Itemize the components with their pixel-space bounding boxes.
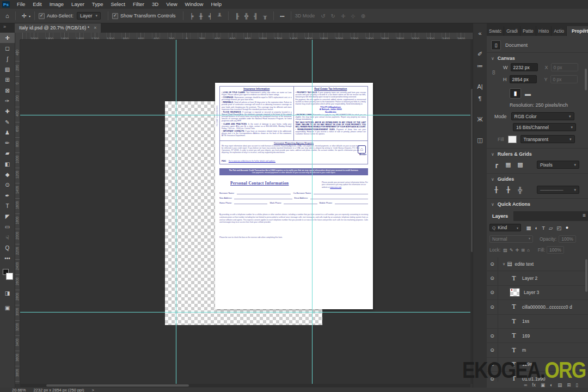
- tool-button[interactable]: ✑: [0, 96, 15, 106]
- distribute-icon[interactable]: ╬: [242, 13, 251, 19]
- menu-item[interactable]: Window: [181, 0, 207, 9]
- layers-action-icon[interactable]: ▤: [558, 382, 562, 388]
- panel-icon[interactable]: ≔: [477, 60, 483, 72]
- tool-button[interactable]: ⊙: [0, 180, 15, 190]
- guide-style-dropdown[interactable]: —————▾: [537, 186, 579, 194]
- distribute-icon[interactable]: ╢: [251, 13, 260, 19]
- layer-filter-icon[interactable]: ▱: [547, 225, 555, 231]
- panel-tab[interactable]: Patte: [520, 26, 536, 36]
- tool-button[interactable]: ♟: [0, 127, 15, 138]
- tool-button[interactable]: ◻: [0, 43, 15, 53]
- horizontal-guide[interactable]: [20, 115, 470, 115]
- fill-dropdown[interactable]: Transparent▾: [520, 135, 575, 143]
- portrait-orientation-button[interactable]: ▮: [510, 88, 521, 99]
- layers-action-icon[interactable]: ∞: [524, 382, 527, 388]
- layer-name[interactable]: 1ss: [522, 318, 529, 324]
- layer-row[interactable]: ⊙ ∨ ▤ T Layer 3: [487, 286, 588, 300]
- panel-icon[interactable]: ¶: [479, 93, 482, 105]
- layer-name[interactable]: m: [522, 347, 526, 353]
- tool-button[interactable]: •••: [0, 253, 15, 264]
- tool-button[interactable]: ◧: [0, 159, 15, 169]
- document-tab[interactable]: Italy id.psd @ 20.7% (RGB/16) * ×: [15, 23, 101, 33]
- layers-action-icon[interactable]: ◐: [550, 382, 553, 388]
- layer-visibility-toggle[interactable]: ⊙: [487, 329, 498, 342]
- menu-item[interactable]: Image: [46, 0, 68, 9]
- tool-button[interactable]: T: [0, 201, 15, 211]
- layers-menu-icon[interactable]: ≡: [583, 212, 586, 218]
- layer-visibility-toggle[interactable]: ⊙: [487, 343, 498, 357]
- guide-toggle-button[interactable]: ╂: [491, 185, 501, 194]
- height-field[interactable]: 2854 px: [510, 75, 537, 83]
- layer-row[interactable]: ⊙ ∨ ▤ T m: [487, 343, 588, 357]
- panel-icon[interactable]: ✐: [477, 48, 482, 60]
- menu-item[interactable]: Type: [88, 0, 107, 9]
- horizontal-guide[interactable]: [20, 312, 470, 313]
- horizontal-scrollbar-thumb[interactable]: [46, 384, 189, 387]
- close-icon[interactable]: ×: [94, 25, 96, 30]
- distribute-icon[interactable]: ╟: [232, 13, 242, 19]
- layer-name[interactable]: 169: [522, 333, 530, 339]
- vertical-ruler[interactable]: 4002000200400600800100012001400160018002…: [15, 40, 20, 384]
- tool-button[interactable]: ◨: [0, 288, 15, 298]
- lock-icon[interactable]: ✎: [509, 248, 514, 253]
- panel-icon[interactable]: Ж: [477, 113, 482, 125]
- lock-icon[interactable]: ⊞: [520, 248, 526, 253]
- chevron-down-icon[interactable]: ▾: [29, 14, 30, 18]
- horizontal-scrollbar[interactable]: [20, 384, 470, 387]
- ruler-toggle-button[interactable]: ┏: [491, 160, 501, 169]
- tool-button[interactable]: ✏: [0, 138, 15, 148]
- quick-actions-header[interactable]: ∨Quick Actions: [491, 201, 530, 207]
- menu-item[interactable]: Edit: [29, 0, 45, 9]
- layer-row[interactable]: ⊙ ∨ ▤ T Layer 2: [487, 271, 588, 285]
- align-icon[interactable]: ╫: [197, 13, 206, 19]
- menu-item[interactable]: 3D: [148, 0, 162, 9]
- panel-icon[interactable]: A|: [477, 81, 482, 93]
- menu-item[interactable]: View: [162, 0, 181, 9]
- guide-toggle-button[interactable]: ╬: [515, 185, 525, 194]
- more-options-icon[interactable]: •••: [278, 14, 286, 19]
- layer-row[interactable]: ∨ ▤ T 1ss: [487, 315, 588, 329]
- layer-row[interactable]: ⊙ ∨ ▤ T cilla000000...ccccccc0 d: [487, 300, 588, 314]
- layers-action-icon[interactable]: ⊞: [567, 382, 571, 388]
- color-swatches[interactable]: [2, 268, 13, 280]
- panel-tab[interactable]: Swatc: [487, 26, 504, 36]
- tool-button[interactable]: ✒: [0, 190, 15, 200]
- tool-button[interactable]: ◤: [0, 211, 15, 222]
- fill-swatch[interactable]: [508, 136, 517, 143]
- units-dropdown[interactable]: Pixels▾: [537, 161, 579, 169]
- layer-row[interactable]: ⊙ ∨ ▤ T 169: [487, 329, 588, 343]
- guides-header[interactable]: ∨Guides: [491, 176, 514, 182]
- color-mode-dropdown[interactable]: RGB Color▾: [511, 112, 574, 120]
- tool-button[interactable]: ▧: [0, 64, 15, 75]
- layers-action-icon[interactable]: ▯: [575, 382, 578, 388]
- layer-row[interactable]: ⊙ ∨ ▤ T edite text: [487, 257, 588, 271]
- bit-depth-dropdown[interactable]: 16 Bits/Channel▾: [513, 123, 576, 131]
- tool-button[interactable]: ʃ: [0, 54, 15, 64]
- width-field[interactable]: 2232 px: [511, 63, 538, 71]
- properties-scrollbar-thumb[interactable]: [585, 69, 587, 90]
- auto-select-target-dropdown[interactable]: Layer ▾: [77, 12, 101, 20]
- background-color-swatch[interactable]: [6, 273, 13, 280]
- align-icon[interactable]: ╨: [215, 13, 224, 19]
- chevron-down-icon[interactable]: ∨: [503, 262, 505, 266]
- tool-button[interactable]: ⊞: [0, 75, 15, 85]
- layer-visibility-toggle[interactable]: ⊙: [487, 286, 498, 299]
- lock-icon[interactable]: ✛: [514, 248, 520, 253]
- tool-button[interactable]: ⊠: [0, 85, 15, 95]
- menu-item[interactable]: Filter: [129, 0, 148, 9]
- status-options-chevron[interactable]: >: [91, 388, 94, 392]
- ruler-toggle-button[interactable]: ▩: [515, 160, 525, 169]
- layer-visibility-toggle[interactable]: ⊙: [487, 257, 498, 271]
- tool-button[interactable]: ✚: [0, 106, 15, 117]
- panel-tab[interactable]: Actio: [552, 26, 567, 36]
- panel-icon[interactable]: ◫: [477, 134, 482, 146]
- rulers-grids-header[interactable]: ∨Rulers & Grids: [491, 151, 532, 157]
- expand-tools-icon[interactable]: »: [3, 24, 6, 29]
- tool-button[interactable]: ✛: [0, 33, 15, 43]
- canvas-section-header[interactable]: ∨Canvas: [491, 56, 515, 61]
- tool-button[interactable]: Q: [0, 243, 15, 253]
- layers-action-icon[interactable]: ▣: [541, 382, 545, 388]
- layer-name[interactable]: cilla000000...ccccccc0 d: [522, 304, 572, 310]
- tool-button[interactable]: ◆: [0, 169, 15, 180]
- vertical-guide[interactable]: [312, 40, 313, 384]
